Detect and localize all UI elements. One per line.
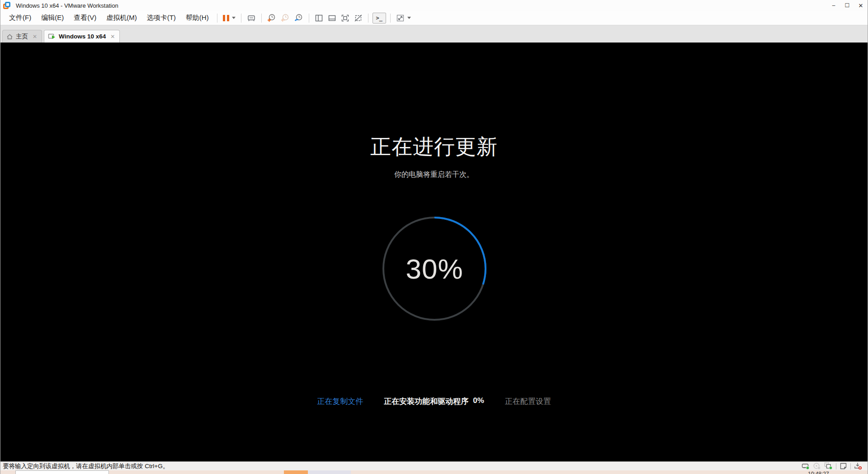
fullscreen-icon <box>341 14 349 22</box>
title-bar: Windows 10 x64 - VMware Workstation – ☐ … <box>0 0 868 11</box>
pause-icon <box>223 15 229 21</box>
tab-label: Windows 10 x64 <box>59 33 106 40</box>
home-icon <box>6 33 13 40</box>
progress-percent: 30% <box>380 214 489 323</box>
network-adapter-icon[interactable] <box>824 462 833 470</box>
bottom-panel-icon <box>328 14 336 22</box>
taskbar-search-box[interactable] <box>15 470 109 474</box>
device-status-icons <box>802 462 868 470</box>
snapshot-clock-revert-icon <box>281 14 290 22</box>
update-subtitle: 你的电脑将重启若干次。 <box>0 170 868 180</box>
taskbar-segment <box>308 470 351 474</box>
unity-mode-icon <box>354 14 363 22</box>
chevron-down-icon <box>407 17 411 19</box>
hard-disk-icon[interactable] <box>802 462 810 470</box>
status-message: 要将输入定向到该虚拟机，请在虚拟机内部单击或按 Ctrl+G。 <box>3 462 169 470</box>
window-controls: – ☐ ✕ <box>827 0 868 11</box>
toolbar-separator <box>368 14 368 23</box>
taskbar-clock[interactable]: 10:48:27 <box>808 471 829 474</box>
take-snapshot-button[interactable] <box>265 12 278 24</box>
update-stages: 正在复制文件 正在安装功能和驱动程序 0% 正在配置设置 <box>0 396 868 407</box>
snapshot-manager-button[interactable] <box>292 12 306 24</box>
sidebar-panel-icon <box>315 14 323 22</box>
menu-view[interactable]: 查看(V) <box>69 12 101 24</box>
tab-close-icon[interactable]: ✕ <box>109 33 116 40</box>
status-separator <box>836 463 836 469</box>
vmware-tools-icon[interactable] <box>854 462 862 470</box>
fit-guest-button[interactable] <box>394 13 413 24</box>
tab-home[interactable]: 主页 ✕ <box>2 30 42 43</box>
host-taskbar-sliver: 10:48:27 <box>0 470 868 474</box>
vm-running-icon <box>48 33 56 40</box>
stretch-diagonal-icon <box>396 14 405 22</box>
update-title: 正在进行更新 <box>0 133 868 161</box>
send-ctrl-alt-del-button[interactable] <box>245 13 258 24</box>
show-thumbnail-bar-button[interactable] <box>326 13 339 24</box>
snapshot-clock-plus-icon <box>267 14 276 22</box>
menu-vm[interactable]: 虚拟机(M) <box>101 12 142 24</box>
tab-label: 主页 <box>16 33 28 41</box>
stage-configuring-settings: 正在配置设置 <box>505 396 551 407</box>
vm-guest-screen[interactable]: 正在进行更新 你的电脑将重启若干次。 30% 正在复制文件 正在安装功能和驱动程… <box>0 43 868 461</box>
tab-windows-10-x64[interactable]: Windows 10 x64 ✕ <box>44 30 120 43</box>
fullscreen-button[interactable] <box>339 13 352 24</box>
window-title: Windows 10 x64 - VMware Workstation <box>16 2 118 9</box>
toolbar-separator <box>217 14 217 23</box>
maximize-button[interactable]: ☐ <box>840 0 854 11</box>
taskbar-app-button[interactable] <box>284 470 308 474</box>
tab-close-icon[interactable]: ✕ <box>32 33 38 40</box>
toolbar-separator <box>241 14 241 23</box>
stage-copying-files: 正在复制文件 <box>317 396 363 407</box>
toolbar: 文件(F) 编辑(E) 查看(V) 虚拟机(M) 选项卡(T) 帮助(H) <box>0 11 868 25</box>
menu-edit[interactable]: 编辑(E) <box>36 12 69 24</box>
unity-mode-button[interactable] <box>352 13 365 24</box>
cd-rom-icon[interactable] <box>813 462 821 470</box>
menu-file[interactable]: 文件(F) <box>4 12 36 24</box>
tab-strip: 主页 ✕ Windows 10 x64 ✕ <box>0 25 868 43</box>
stage-installing-features: 正在安装功能和驱动程序 0% <box>384 396 484 407</box>
chevron-down-icon <box>232 17 236 19</box>
menu-tabs[interactable]: 选项卡(T) <box>142 12 181 24</box>
keyboard-icon <box>247 14 256 22</box>
revert-snapshot-button <box>278 12 292 24</box>
toolbar-separator <box>261 14 262 23</box>
progress-ring: 30% <box>380 214 489 323</box>
stage-label: 正在安装功能和驱动程序 <box>384 396 468 407</box>
minimize-button[interactable]: – <box>827 0 840 11</box>
vmware-workstation-window: Windows 10 x64 - VMware Workstation – ☐ … <box>0 0 868 474</box>
stage-value: 0% <box>473 396 484 407</box>
toolbar-separator <box>390 14 391 23</box>
toolbar-separator <box>309 14 309 23</box>
status-bar: 要将输入定向到该虚拟机，请在虚拟机内部单击或按 Ctrl+G。 <box>0 461 868 470</box>
menu-help[interactable]: 帮助(H) <box>181 12 214 24</box>
close-button[interactable]: ✕ <box>854 0 868 11</box>
show-library-button[interactable] <box>312 13 326 24</box>
console-view-button[interactable]: >_ <box>373 13 386 24</box>
message-log-icon[interactable] <box>840 462 847 470</box>
snapshot-clock-wrench-icon <box>294 14 303 22</box>
status-separator <box>850 463 851 469</box>
vmware-logo-icon <box>3 2 10 9</box>
pause-vm-button[interactable] <box>221 14 238 23</box>
